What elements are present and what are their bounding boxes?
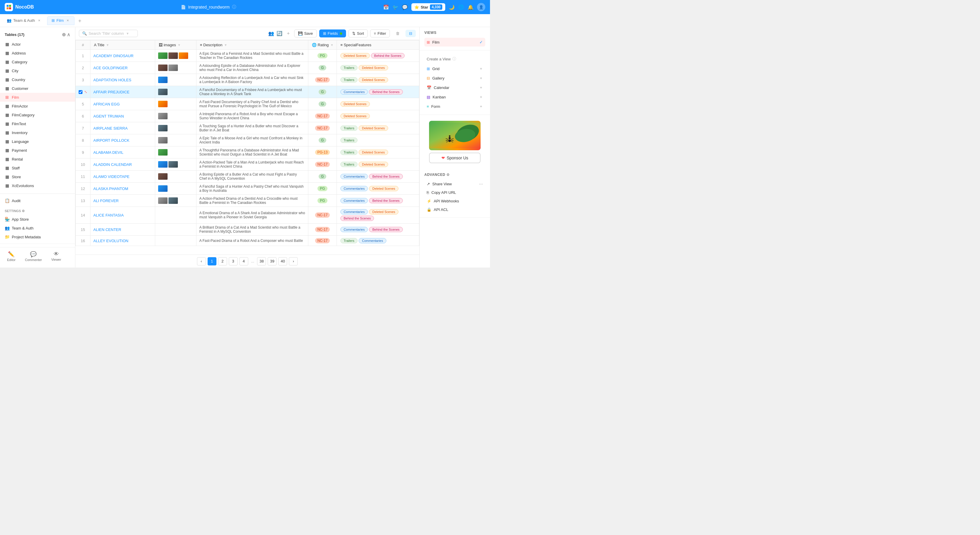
film-title-link[interactable]: ALADDIN CALENDAR — [93, 162, 132, 167]
rating-sort-icon[interactable]: ▾ — [331, 43, 333, 47]
sidebar-item-projectmeta[interactable]: 📁 Project Metadata — [0, 232, 75, 241]
page-1-button[interactable]: 1 — [208, 257, 216, 266]
sidebar-item-actor[interactable]: ▦ Actor — [0, 40, 75, 49]
next-page-button[interactable]: › — [289, 257, 298, 266]
moon-icon[interactable]: 🌙 — [449, 5, 455, 10]
fields-button[interactable]: ⊞ Fields — [319, 29, 346, 37]
image-thumbnail[interactable] — [179, 53, 188, 59]
calendar-view-type-button[interactable]: 📅 Calendar ＋ — [424, 83, 485, 92]
twitter-icon[interactable]: 🐦 — [393, 5, 398, 10]
image-thumbnail[interactable] — [158, 197, 167, 204]
sidebar-item-film[interactable]: ⊞ Film — [0, 93, 75, 102]
page-4-button[interactable]: 4 — [239, 257, 248, 266]
film-title-link[interactable]: ALICE FANTASIA — [93, 213, 124, 217]
sidebar-item-appstore[interactable]: 🏪 App Store — [0, 215, 75, 224]
table-row[interactable]: 14ALICE FANTASIAA Emotional Drama of a A… — [76, 207, 419, 224]
sidebar-item-staff[interactable]: ▦ Staff — [0, 164, 75, 172]
images-sort-icon[interactable]: ▾ — [178, 43, 180, 47]
viewer-tab[interactable]: 👁 Viewer — [49, 250, 63, 263]
notification-icon[interactable]: 🔔 — [468, 5, 474, 10]
kanban-view-type-button[interactable]: ▤ Kanban ＋ — [424, 92, 485, 102]
calendar-icon[interactable]: 📅 — [383, 5, 389, 10]
title-sort-icon[interactable]: ▾ — [107, 43, 109, 47]
sidebar-item-teamauth[interactable]: 👥 Team & Auth — [0, 224, 75, 232]
sidebar-item-filmactor[interactable]: ▦ FilmActor — [0, 102, 75, 110]
grid-view-toggle[interactable]: ⊟ — [406, 30, 416, 37]
table-row[interactable]: 10ALADDIN CALENDARA Action-Packed Tale o… — [76, 159, 419, 170]
table-row[interactable]: 7AIRPLANE SIERRAA Touching Saga of a Hun… — [76, 122, 419, 134]
sidebar-item-audit[interactable]: 📋 Audit — [0, 196, 75, 205]
logo[interactable]: NocoDB — [5, 3, 34, 11]
add-row-icon[interactable]: ＋ — [286, 30, 291, 37]
col-desc-header[interactable]: ≡ Description ▾ — [196, 40, 308, 50]
table-row[interactable]: 9ALABAMA DEVILA Thoughtful Panorama of a… — [76, 146, 419, 159]
translate-icon[interactable]: 🌐 — [458, 5, 464, 10]
filter-button[interactable]: ▿ Filter — [370, 29, 390, 37]
view-item-film[interactable]: ⊞ Film ✓ — [424, 38, 485, 46]
add-tab-button[interactable]: ＋ — [76, 16, 84, 25]
col-images-header[interactable]: 🖼 images ▾ — [155, 40, 196, 50]
col-rating-header[interactable]: 🌐 Rating ▾ — [308, 40, 337, 50]
expand-row-icon[interactable]: ⤡ — [84, 90, 87, 94]
sidebar-item-filmtext[interactable]: ▦ FilmText — [0, 119, 75, 128]
image-thumbnail[interactable] — [158, 125, 167, 131]
sidebar-item-address[interactable]: ▦ Address — [0, 49, 75, 57]
sidebar-add-icon[interactable]: ⊕ ∧ — [62, 32, 70, 37]
film-title-link[interactable]: AFFAIR PREJUDICE — [93, 90, 130, 94]
table-row[interactable]: 13ALI FOREVERA Action-Packed Drama of a … — [76, 195, 419, 207]
desc-sort-icon[interactable]: ▾ — [225, 43, 227, 47]
tab-team-auth-close[interactable]: ✕ — [37, 18, 41, 23]
image-thumbnail[interactable] — [169, 197, 178, 204]
image-thumbnail[interactable] — [158, 185, 167, 192]
search-box[interactable]: 🔍 Search 'Title' column ▾ — [79, 30, 138, 37]
film-title-link[interactable]: ACADEMY DINOSAUR — [93, 54, 134, 58]
sidebar-item-category[interactable]: ▦ Category — [0, 57, 75, 66]
table-row[interactable]: 3ADAPTATION HOLESA Astounding Reflection… — [76, 74, 419, 86]
image-thumbnail[interactable] — [158, 113, 167, 119]
film-title-link[interactable]: ALASKA PHANTOM — [93, 186, 128, 191]
chat-icon[interactable]: 💬 — [402, 5, 408, 10]
table-row[interactable]: 12ALASKA PHANTOMA Fanciful Saga of a Hun… — [76, 183, 419, 195]
image-thumbnail[interactable] — [158, 76, 167, 83]
image-thumbnail[interactable] — [169, 161, 178, 168]
film-title-link[interactable]: ALI FOREVER — [93, 199, 119, 203]
sidebar-item-filmcategory[interactable]: ▦ FilmCategory — [0, 110, 75, 119]
sidebar-item-xcevolutions[interactable]: ▦ XcEvolutions — [0, 181, 75, 190]
commenter-tab[interactable]: 💬 Commenter — [23, 250, 44, 263]
col-special-header[interactable]: ≡ SpecialFeatures — [337, 40, 419, 50]
film-title-link[interactable]: ALABAMA DEVIL — [93, 150, 123, 154]
film-title-link[interactable]: ACE GOLDFINGER — [93, 66, 127, 70]
sidebar-item-store[interactable]: ▦ Store — [0, 172, 75, 181]
table-row[interactable]: 5AFRICAN EGGA Fast-Paced Documentary of … — [76, 98, 419, 110]
film-title-link[interactable]: AIRPORT POLLOCK — [93, 138, 129, 143]
film-title-link[interactable]: ALLEY EVOLUTION — [93, 239, 128, 243]
table-row[interactable]: 1ACADEMY DINOSAURA Epic Drama of a Femin… — [76, 50, 419, 62]
table-row[interactable]: 6AGENT TRUMANA Intrepid Panorama of a Ro… — [76, 110, 419, 122]
image-thumbnail[interactable] — [158, 101, 167, 107]
image-thumbnail[interactable] — [158, 137, 167, 143]
tab-film[interactable]: ⊞ Film ✕ — [47, 16, 75, 25]
share-view-item[interactable]: ↗ Share View ⋯ — [424, 180, 485, 188]
api-webhooks-item[interactable]: ⚡ API Webhooks — [424, 197, 485, 205]
col-title-header[interactable]: A Title ▾ — [91, 40, 155, 50]
film-title-link[interactable]: ADAPTATION HOLES — [93, 78, 131, 82]
page-3-button[interactable]: 3 — [229, 257, 238, 266]
film-title-link[interactable]: AFRICAN EGG — [93, 102, 120, 106]
film-title-link[interactable]: ALIEN CENTER — [93, 228, 121, 232]
gallery-view-type-button[interactable]: ⊟ Gallery ＋ — [424, 73, 485, 83]
grid-view-type-button[interactable]: ⊞ Grid ＋ — [424, 64, 485, 73]
row-checkbox[interactable] — [79, 90, 83, 94]
table-row[interactable]: 8AIRPORT POLLOCKA Epic Tale of a Moose A… — [76, 134, 419, 146]
image-thumbnail[interactable] — [158, 173, 167, 180]
table-row[interactable]: 2ACE GOLDFINGERA Astounding Epistle of a… — [76, 62, 419, 74]
table-row[interactable]: 15ALIEN CENTERA Brilliant Drama of a Cat… — [76, 224, 419, 236]
search-dropdown-icon[interactable]: ▾ — [127, 31, 129, 36]
tab-team-auth[interactable]: 👥 Team & Auth ✕ — [2, 16, 46, 25]
image-thumbnail[interactable] — [158, 149, 167, 156]
film-title-link[interactable]: AIRPLANE SIERRA — [93, 126, 127, 131]
sort-button[interactable]: ⇅ Sort — [348, 29, 368, 37]
image-thumbnail[interactable] — [158, 65, 167, 71]
share-more-icon[interactable]: ⋯ — [479, 182, 483, 186]
sidebar-item-rental[interactable]: ▦ Rental — [0, 154, 75, 164]
sidebar-item-payment[interactable]: ▦ Payment — [0, 146, 75, 154]
